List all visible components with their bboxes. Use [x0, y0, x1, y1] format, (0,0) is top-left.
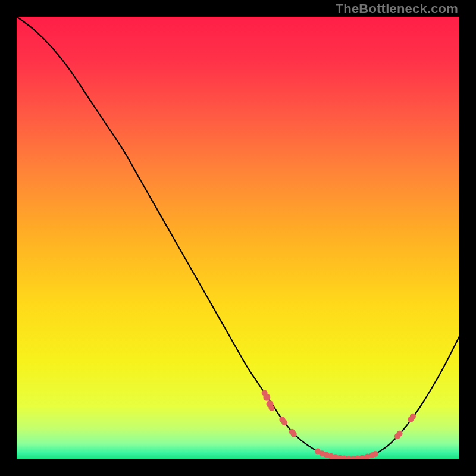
chart-background — [17, 17, 459, 459]
bottleneck-chart — [17, 17, 459, 459]
data-marker — [397, 431, 403, 437]
data-marker — [263, 394, 270, 401]
data-marker — [372, 451, 378, 457]
data-marker — [281, 419, 287, 425]
chart-frame — [17, 17, 459, 459]
data-marker — [410, 414, 416, 419]
data-marker — [291, 431, 297, 437]
data-marker — [269, 405, 275, 411]
watermark-text: TheBottleneck.com — [336, 1, 458, 17]
